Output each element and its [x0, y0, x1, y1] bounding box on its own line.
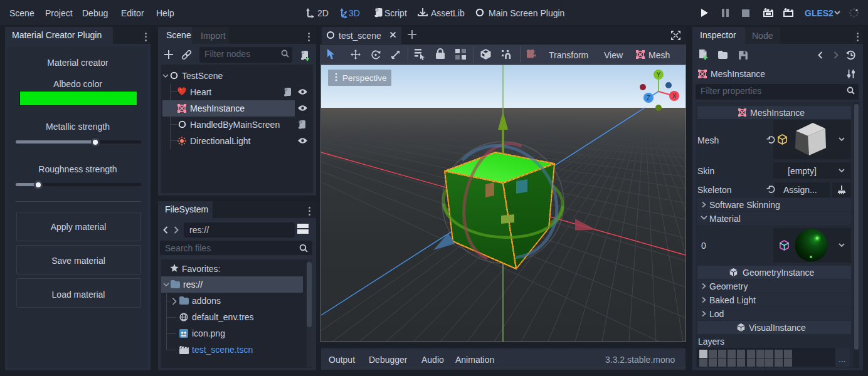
svg-text:Perspective: Perspective	[342, 73, 387, 83]
svg-text:X: X	[672, 93, 677, 100]
svg-text:Y: Y	[657, 71, 661, 78]
svg-text:Z: Z	[647, 95, 650, 102]
